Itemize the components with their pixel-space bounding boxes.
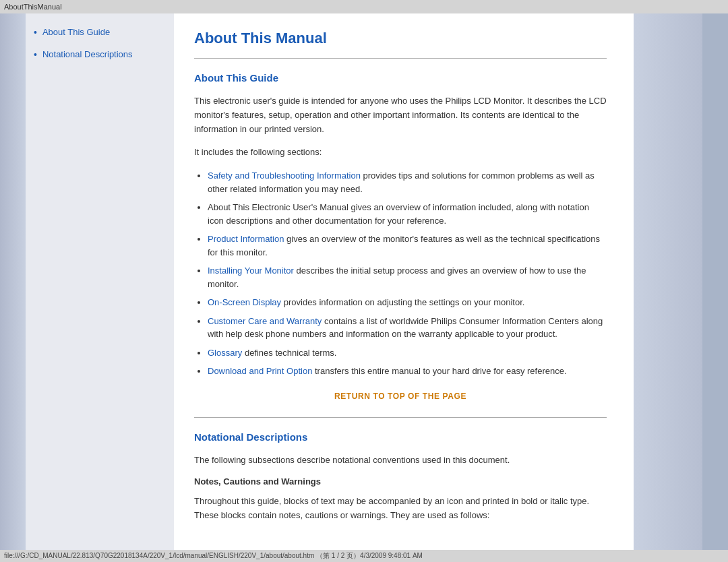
status-bar-text: file:///G:/CD_MANUAL/22.813/Q70G22018134… xyxy=(4,551,423,561)
list-text-4: provides information on adjusting the se… xyxy=(281,297,524,307)
sidebar: About This GuideNotational Descriptions xyxy=(26,13,174,550)
list-item-6: Glossary defines technical terms. xyxy=(208,346,607,360)
list-item-4: On-Screen Display provides information o… xyxy=(208,296,607,309)
content-list-about-guide: Safety and Troubleshooting Information p… xyxy=(208,169,607,378)
list-text-6: defines technical terms. xyxy=(242,348,336,358)
list-link-6[interactable]: Glossary xyxy=(208,348,242,358)
list-item-2: Product Information gives an overview of… xyxy=(208,232,607,259)
title-bar-text: AboutThisManual xyxy=(4,3,62,11)
list-text-7: transfers this entire manual to your har… xyxy=(312,366,566,376)
list-link-7[interactable]: Download and Print Option xyxy=(208,366,312,376)
list-item-3: Installing Your Monitor describes the in… xyxy=(208,264,607,290)
right-decorative-area xyxy=(634,13,728,550)
paragraph-0-0: This electronic user's guide is intended… xyxy=(194,94,607,136)
section-divider-0 xyxy=(194,417,607,418)
right-stripe xyxy=(702,13,728,550)
list-link-5[interactable]: Customer Care and Warranty xyxy=(208,316,322,326)
paragraph-1-0: The following subsections describe notat… xyxy=(194,454,607,468)
paragraph-0-1: It includes the following sections: xyxy=(194,146,607,160)
list-link-3[interactable]: Installing Your Monitor xyxy=(208,266,294,276)
return-to-top-link[interactable]: RETURN TO TOP OF THE PAGE xyxy=(194,392,607,401)
list-link-4[interactable]: On-Screen Display xyxy=(208,297,281,307)
status-bar: file:///G:/CD_MANUAL/22.813/Q70G22018134… xyxy=(0,550,728,562)
list-item-5: Customer Care and Warranty contains a li… xyxy=(208,315,607,341)
content-area: About This ManualAbout This GuideThis el… xyxy=(174,13,634,550)
section-heading-about-guide: About This Guide xyxy=(194,72,607,84)
list-link-0[interactable]: Safety and Troubleshooting Information xyxy=(208,170,361,181)
list-item-1: About This Electronic User's Manual give… xyxy=(208,201,607,227)
section-heading-notational: Notational Descriptions xyxy=(194,431,607,443)
sub-paragraph-notational: Throughout this guide, blocks of text ma… xyxy=(194,495,607,523)
title-bar: AboutThisManual xyxy=(0,0,728,13)
list-link-2[interactable]: Product Information xyxy=(208,234,284,244)
left-decorative-stripe xyxy=(0,13,26,550)
title-divider xyxy=(194,58,607,59)
page-title: About This Manual xyxy=(194,30,607,47)
sidebar-link-about-guide[interactable]: About This Guide xyxy=(34,27,166,38)
sub-heading-notational: Notes, Cautions and Warnings xyxy=(194,476,607,487)
sidebar-link-notational[interactable]: Notational Descriptions xyxy=(34,49,166,61)
list-item-7: Download and Print Option transfers this… xyxy=(208,365,607,378)
list-item-0: Safety and Troubleshooting Information p… xyxy=(208,169,607,195)
